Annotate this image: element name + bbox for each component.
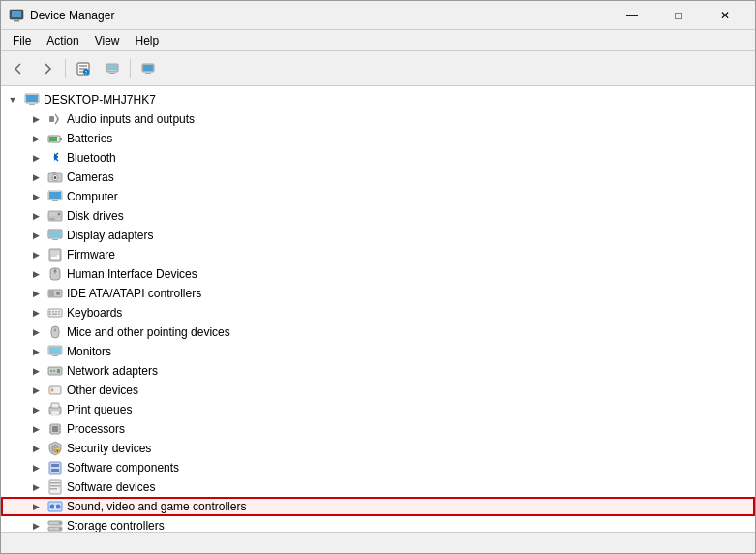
close-button[interactable]: ✕ — [703, 1, 747, 30]
root-computer-icon — [24, 92, 40, 108]
svg-point-67 — [53, 370, 55, 372]
item-label: Firmware — [67, 248, 115, 262]
status-bar — [1, 532, 755, 553]
expand-icon[interactable]: ▶ — [28, 266, 44, 282]
list-item[interactable]: ▶ Bluetooth — [1, 148, 755, 168]
svg-rect-57 — [58, 314, 60, 316]
storage-icon — [47, 518, 63, 532]
toolbar-separator-2 — [130, 59, 131, 78]
ide-icon — [47, 286, 63, 301]
printer-icon — [47, 402, 63, 417]
expand-icon[interactable]: ▶ — [28, 228, 44, 243]
list-item[interactable]: ▶ Disk drives — [1, 206, 755, 226]
list-item[interactable]: ▶ Mice and other pointing devices — [1, 323, 755, 342]
svg-rect-73 — [51, 403, 59, 408]
device-tree[interactable]: ▼ DESKTOP-MHJ7HK7 ▶ — [1, 86, 755, 532]
menu-file[interactable]: File — [5, 32, 39, 49]
camera-icon — [47, 169, 63, 185]
expand-icon[interactable]: ▶ — [28, 518, 44, 532]
list-item[interactable]: ▶ Keyboards — [1, 303, 755, 323]
list-item[interactable]: ▶ Cameras — [1, 168, 755, 187]
svg-text:?: ? — [85, 69, 88, 75]
svg-rect-11 — [107, 65, 117, 70]
list-item[interactable]: ▶ Computer — [1, 187, 755, 206]
toolbar-forward-button[interactable] — [34, 55, 61, 82]
window-title: Device Manager — [30, 9, 610, 22]
svg-rect-77 — [52, 426, 58, 432]
svg-point-66 — [50, 370, 52, 372]
list-item[interactable]: ▶ Other devices — [1, 381, 755, 400]
menu-view[interactable]: View — [87, 32, 128, 49]
expand-icon[interactable]: ▶ — [28, 169, 44, 185]
computer-icon — [47, 189, 63, 204]
expand-icon[interactable]: ▶ — [28, 344, 44, 359]
svg-point-95 — [54, 506, 56, 508]
list-item[interactable]: ▶ Batteries — [1, 129, 755, 148]
toolbar-back-button[interactable] — [5, 55, 32, 82]
list-item[interactable]: ▶ IDE ATA/ATAPI controllers — [1, 284, 755, 303]
list-item-sound[interactable]: ▶ Sound, video and game controllers — [1, 497, 755, 516]
list-item[interactable]: ▶ Audio inputs and outputs — [1, 109, 755, 129]
list-item[interactable]: ▶ Network adapters — [1, 361, 755, 381]
battery-icon — [47, 131, 63, 146]
expand-icon[interactable]: ▶ — [28, 363, 44, 379]
list-item[interactable]: ▶ Software components — [1, 458, 755, 477]
svg-rect-48 — [49, 291, 54, 296]
toolbar-update-driver-button[interactable] — [99, 55, 126, 82]
root-expand-icon[interactable]: ▼ — [5, 92, 20, 108]
tree-root[interactable]: ▼ DESKTOP-MHJ7HK7 — [1, 90, 755, 109]
expand-icon[interactable]: ▶ — [28, 460, 44, 476]
title-bar-icon — [9, 8, 24, 23]
expand-icon[interactable]: ▶ — [28, 111, 44, 127]
toolbar-separator-1 — [65, 59, 66, 78]
minimize-button[interactable]: — — [610, 1, 654, 30]
list-item[interactable]: ▶ Print queues — [1, 400, 755, 419]
maximize-button[interactable]: □ — [656, 1, 701, 30]
svg-rect-89 — [50, 482, 60, 484]
list-item[interactable]: ▶ 🔒 Security devices — [1, 439, 755, 458]
expand-icon[interactable]: ▶ — [28, 324, 44, 340]
item-label: Disk drives — [67, 209, 124, 223]
item-label: Audio inputs and outputs — [67, 112, 195, 126]
expand-icon[interactable]: ▶ — [28, 208, 44, 224]
menu-action[interactable]: Action — [39, 32, 86, 49]
expand-icon[interactable]: ▶ — [28, 305, 44, 321]
expand-icon[interactable]: ▶ — [28, 286, 44, 301]
svg-text:🔒: 🔒 — [53, 445, 62, 453]
expand-icon[interactable]: ▶ — [28, 131, 44, 146]
item-label: Monitors — [67, 345, 111, 358]
expand-icon[interactable]: ▶ — [28, 189, 44, 204]
list-item[interactable]: ▶ Display adapters — [1, 226, 755, 245]
svg-rect-37 — [52, 239, 58, 240]
expand-icon[interactable]: ▶ — [28, 383, 44, 398]
item-label: IDE ATA/ATAPI controllers — [67, 287, 201, 300]
item-label: Storage controllers — [67, 519, 165, 532]
item-label: Batteries — [67, 132, 112, 145]
audio-icon — [47, 111, 63, 127]
svg-rect-38 — [50, 238, 60, 239]
svg-point-94 — [56, 505, 61, 509]
list-item[interactable]: ▶ Human Interface Devices — [1, 264, 755, 284]
list-item[interactable]: ▶ Processors — [1, 419, 755, 439]
expand-icon[interactable]: ▶ — [28, 421, 44, 437]
list-item[interactable]: ▶ Storage controllers — [1, 516, 755, 532]
toolbar-computer-button[interactable] — [135, 55, 162, 82]
menu-help[interactable]: Help — [128, 32, 167, 49]
expand-icon[interactable]: ▶ — [28, 402, 44, 417]
svg-rect-53 — [55, 311, 57, 313]
svg-rect-23 — [49, 137, 57, 141]
expand-icon[interactable]: ▶ — [28, 247, 44, 262]
item-label: Computer — [67, 190, 118, 203]
svg-point-60 — [54, 329, 56, 331]
expand-icon[interactable]: ▶ — [28, 441, 44, 456]
expand-icon[interactable]: ▶ — [28, 479, 44, 495]
disk-icon — [47, 208, 63, 224]
list-item[interactable]: ▶ Firmware — [1, 245, 755, 264]
expand-icon[interactable]: ▶ — [28, 499, 44, 514]
list-item[interactable]: ▶ Software devices — [1, 477, 755, 497]
svg-rect-27 — [52, 172, 56, 174]
list-item[interactable]: ▶ Monitors — [1, 342, 755, 361]
expand-icon[interactable]: ▶ — [28, 150, 44, 166]
toolbar-properties-button[interactable]: ? — [70, 55, 97, 82]
item-label: Print queues — [67, 403, 132, 416]
